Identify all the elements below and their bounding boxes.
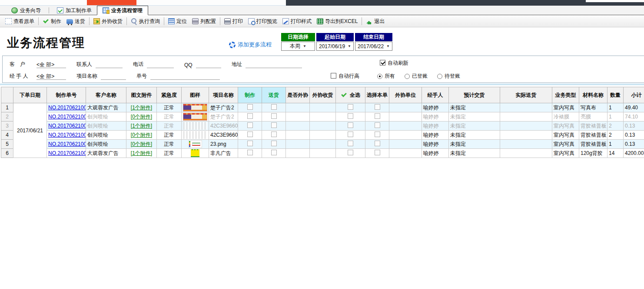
deliver-checkbox[interactable] [271,131,277,137]
col-header-row_number[interactable] [1,87,13,103]
select_this-checkbox[interactable] [375,141,380,146]
print-button[interactable]: 打印 [222,17,246,26]
row-number[interactable]: 3 [1,122,13,131]
select_this-checkbox[interactable] [375,150,380,155]
col-header-project[interactable]: 项目名称 [209,87,238,103]
attachment-link[interactable]: [1个附件] [128,122,155,130]
date-picker-dropdown[interactable]: 2017/06/19▼ [316,42,354,51]
row-number[interactable]: 2 [1,112,13,122]
date-picker-dropdown[interactable]: 2017/06/22▼ [355,42,392,51]
auto-refresh-checkbox[interactable] [380,60,385,66]
print-style-button[interactable]: 打印样式 [280,17,314,26]
thumbnail-faint[interactable] [183,131,207,139]
select_this-checkbox[interactable] [375,113,380,119]
auto-row-height-checkbox[interactable] [331,73,336,79]
order-no-link[interactable]: NO.201706210003 [48,132,86,138]
add-more-flow-link[interactable]: 添加更多流程 [229,41,272,49]
deliver-checkbox[interactable] [271,104,277,110]
col-header-urgency[interactable]: 紧急度 [157,87,182,103]
make-checkbox[interactable] [247,104,253,110]
auto-row-height-option[interactable]: 自动行高 [331,72,359,80]
make-button[interactable]: 制作 [40,17,64,26]
row-number[interactable]: 4 [1,131,13,140]
select_all-checkbox[interactable] [348,122,353,128]
col-header-customer[interactable]: 客户名称 [86,87,126,103]
view-original-button[interactable]: 查看原单 [3,17,37,26]
tab-process-order[interactable]: 加工制作单 [52,6,97,15]
attachment-link[interactable]: [0个附件] [128,113,155,121]
radio-option-posted[interactable]: 已登账 [405,72,428,80]
make-checkbox[interactable] [247,141,253,146]
col-header-subtotal[interactable]: 小计 [624,87,644,103]
col-header-select_this[interactable]: 选择本单 [365,87,389,103]
filter-input-address[interactable] [246,61,302,68]
order-no-link[interactable]: NO.201706210004 [48,123,86,129]
attachment-link[interactable]: [0个附件] [128,141,155,148]
col-header-is_outsourced[interactable]: 是否外协 [286,87,310,103]
col-header-actual_delivery[interactable]: 实际送货 [500,87,552,103]
filter-input-phone[interactable] [147,61,174,68]
deliver-checkbox[interactable] [271,122,277,128]
locate-button[interactable]: 定位 [166,17,189,26]
select_all-checkbox[interactable] [348,131,353,137]
col-header-business_type[interactable]: 业务类型 [552,87,579,103]
col-header-outsource_unit[interactable]: 外协单位 [389,87,422,103]
order-no-link[interactable]: NO.201706210002 [48,141,86,147]
col-header-handler[interactable]: 经手人 [422,87,449,103]
radio-icon[interactable] [377,74,382,79]
select_this-checkbox[interactable] [375,131,380,137]
attachment-link[interactable]: [0个附件] [128,131,155,139]
radio-option-unposted[interactable]: 待登账 [437,72,460,80]
deliver-checkbox[interactable] [271,113,277,119]
deliver-checkbox[interactable] [271,141,277,146]
date-picker-dropdown[interactable]: 本周▼ [281,42,315,51]
select_all-checkbox[interactable] [348,104,353,110]
filter-input-order_no[interactable] [150,73,220,80]
select_all-checkbox[interactable] [348,141,353,146]
auto-refresh-option[interactable]: 自动刷新 [380,59,408,67]
run-query-button[interactable]: 执行查询 [128,17,163,26]
col-header-deliver[interactable]: 送货 [262,87,286,103]
column-config-button[interactable]: 列配置 [189,17,219,26]
col-header-order_no[interactable]: 制作单号 [47,87,86,103]
select_all-checkbox[interactable] [348,113,353,119]
col-header-expected_delivery[interactable]: 预计交货 [449,87,500,103]
row-number[interactable]: 6 [1,149,13,158]
row-number[interactable]: 1 [1,103,13,112]
attachment-link[interactable]: [1个附件] [128,150,155,157]
row-number[interactable]: 5 [1,140,13,149]
radio-icon[interactable] [437,74,442,79]
thumbnail-banner[interactable] [183,104,207,112]
filter-input-handler[interactable]: <全 部> [37,73,66,80]
outsource-receive-button[interactable]: 外协收货 [91,17,125,26]
make-checkbox[interactable] [247,131,253,137]
tab-business-wizard[interactable]: 业务向导 [6,6,46,15]
col-header-order_date[interactable]: 下单日期 [13,87,47,103]
col-header-outsource_receive[interactable]: 外协收货 [310,87,336,103]
col-header-select_all[interactable]: 全选 [336,87,365,103]
col-header-make[interactable]: 制作 [238,87,262,103]
thumbnail-small[interactable] [188,140,202,148]
print-preview-button[interactable]: 打印预览 [246,17,280,26]
filter-input-qq[interactable] [196,61,221,68]
tab-business-flow[interactable]: 业务流程管理 [97,6,148,15]
order-no-link[interactable]: NO.201706210001 [48,150,86,156]
make-checkbox[interactable] [247,122,253,128]
select_this-checkbox[interactable] [375,122,380,128]
select_this-checkbox[interactable] [375,104,380,110]
col-header-material[interactable]: 材料名称 [579,87,607,103]
radio-icon[interactable] [405,74,410,79]
order-no-link[interactable]: NO.201706210006 [48,105,86,111]
deliver-button[interactable]: 送货 [64,17,88,26]
col-header-quantity[interactable]: 数量 [607,87,624,103]
export-excel-button[interactable]: 导出到EXCEL [314,17,360,26]
attachment-link[interactable]: [1个附件] [128,104,155,112]
select_all-checkbox[interactable] [348,150,353,155]
make-checkbox[interactable] [247,113,253,119]
deliver-checkbox[interactable] [271,150,277,155]
exit-button[interactable]: 退出 [363,17,387,26]
make-checkbox[interactable] [247,150,253,155]
thumbnail-banner[interactable] [183,113,207,121]
col-header-attachment[interactable]: 图文附件 [126,87,157,103]
thumbnail-yellow[interactable] [191,149,199,157]
